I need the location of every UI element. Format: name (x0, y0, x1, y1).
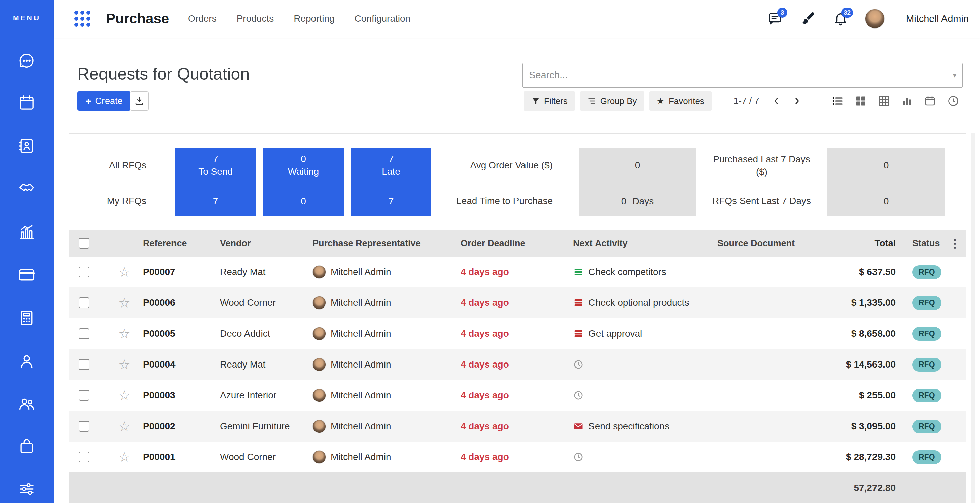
members-icon[interactable] (16, 393, 37, 414)
row-checkbox[interactable] (79, 267, 89, 277)
total-cell: $ 3,095.00 (812, 421, 902, 431)
activity-cell[interactable]: Get approval (573, 328, 718, 339)
optional-columns-icon[interactable]: ⋮ (949, 238, 961, 249)
discuss-icon[interactable] (16, 50, 37, 71)
handshake-icon[interactable] (16, 178, 37, 199)
table-row[interactable]: ☆ P00005 Deco Addict Mitchell Admin 4 da… (69, 318, 966, 349)
table-row[interactable]: ☆ P00006 Wood Corner Mitchell Admin 4 da… (69, 287, 966, 318)
column-vendor[interactable]: Vendor (220, 238, 312, 249)
contacts-icon[interactable] (16, 136, 37, 156)
apps-grid-icon[interactable] (74, 11, 91, 27)
notifications-icon[interactable]: 32 (832, 10, 849, 27)
representative-cell: Mitchell Admin (312, 327, 461, 340)
view-graph-button[interactable] (895, 91, 918, 111)
favorites-star-icon: ★ (657, 97, 665, 105)
column-reference[interactable]: Reference (143, 238, 220, 249)
favorite-star-icon[interactable]: ☆ (113, 265, 143, 279)
view-pivot-button[interactable] (872, 91, 895, 111)
envelope-icon-red (573, 421, 584, 431)
nav-reporting[interactable]: Reporting (294, 13, 334, 24)
column-purchase-representative[interactable]: Purchase Representative (312, 238, 461, 249)
calendar-icon[interactable] (16, 92, 37, 113)
activity-label: Get approval (589, 328, 642, 339)
table-row[interactable]: ☆ P00002 Gemini Furniture Mitchell Admin… (69, 411, 966, 442)
table-row[interactable]: ☆ P00004 Ready Mat Mitchell Admin 4 days… (69, 349, 966, 380)
row-checkbox[interactable] (79, 390, 89, 401)
activity-cell[interactable]: Check optional products (573, 297, 718, 308)
pager-next-button[interactable] (788, 91, 805, 111)
column-total[interactable]: Total (812, 238, 902, 249)
nav-orders[interactable]: Orders (188, 13, 217, 24)
metric-labels-right: Purchased Last 7 Days ($) RFQs Sent Last… (710, 148, 813, 216)
all-rfqs-filter[interactable]: All RFQs (69, 160, 146, 171)
tile-to-send[interactable]: 7 To Send 7 (175, 148, 256, 216)
nav-products[interactable]: Products (237, 13, 274, 24)
column-next-activity[interactable]: Next Activity (573, 238, 718, 249)
activity-cell[interactable] (573, 359, 718, 370)
waiting-my-count: 0 (263, 196, 344, 206)
view-activity-button[interactable] (942, 91, 965, 111)
activity-cell[interactable]: Send specifications (573, 421, 718, 431)
employee-icon[interactable] (16, 351, 37, 372)
view-switcher (826, 91, 965, 111)
nav-configuration[interactable]: Configuration (355, 13, 410, 24)
export-button[interactable] (130, 91, 149, 111)
vendor-cell: Azure Interior (220, 390, 312, 401)
vertical-scrollbar[interactable] (970, 134, 975, 503)
view-kanban-button[interactable] (849, 91, 872, 111)
user-menu[interactable]: Mitchell Admin (906, 13, 969, 24)
top-nav: Orders Products Reporting Configuration (188, 13, 410, 24)
favorites-button[interactable]: ★ Favorites (649, 91, 712, 111)
search-caret-icon[interactable]: ▾ (953, 72, 956, 80)
row-checkbox[interactable] (79, 421, 89, 431)
reference-cell: P00002 (143, 421, 220, 431)
rep-name: Mitchell Admin (331, 359, 391, 370)
table-row[interactable]: ☆ P00001 Wood Corner Mitchell Admin 4 da… (69, 442, 966, 473)
create-button[interactable]: + Create (77, 91, 130, 111)
favorite-star-icon[interactable]: ☆ (113, 450, 143, 464)
activity-cell[interactable] (573, 452, 718, 462)
favorite-star-icon[interactable]: ☆ (113, 389, 143, 402)
calculator-icon[interactable] (16, 308, 37, 328)
favorite-star-icon[interactable]: ☆ (113, 420, 143, 433)
filters-button[interactable]: Filters (524, 91, 575, 111)
activity-label: Send specifications (589, 421, 669, 431)
activity-cell[interactable]: Check competitors (573, 267, 718, 277)
user-avatar[interactable] (865, 9, 885, 29)
my-rfqs-filter[interactable]: My RFQs (69, 195, 146, 206)
clock-icon (573, 390, 584, 401)
menu-toggle[interactable]: MENU (0, 14, 54, 22)
search-input[interactable] (529, 70, 953, 81)
row-checkbox[interactable] (79, 452, 89, 462)
view-calendar-button[interactable] (918, 91, 942, 111)
purchase-bag-icon[interactable] (16, 436, 37, 457)
billing-card-icon[interactable] (16, 264, 37, 285)
select-all-checkbox[interactable] (79, 238, 89, 249)
tile-waiting[interactable]: 0 Waiting 0 (263, 148, 344, 216)
pager-previous-button[interactable] (768, 91, 785, 111)
row-checkbox[interactable] (79, 328, 89, 339)
favorite-star-icon[interactable]: ☆ (113, 327, 143, 340)
tasks-icon-red (573, 297, 584, 308)
table-row[interactable]: ☆ P00003 Azure Interior Mitchell Admin 4… (69, 380, 966, 411)
favorite-star-icon[interactable]: ☆ (113, 358, 143, 371)
paintbrush-icon[interactable] (799, 10, 816, 27)
sales-chart-icon[interactable] (16, 222, 37, 243)
row-checkbox[interactable] (79, 359, 89, 370)
column-source-document[interactable]: Source Document (718, 238, 812, 249)
group-by-button[interactable]: Group By (580, 91, 644, 111)
column-order-deadline[interactable]: Order Deadline (461, 238, 573, 249)
rep-avatar (312, 296, 326, 310)
row-checkbox[interactable] (79, 297, 89, 308)
app-title[interactable]: Purchase (106, 11, 169, 27)
view-list-button[interactable] (826, 91, 849, 111)
tile-late[interactable]: 7 Late 7 (351, 148, 431, 216)
representative-cell: Mitchell Admin (312, 358, 461, 371)
settings-sliders-icon[interactable] (16, 479, 37, 499)
reference-cell: P00003 (143, 390, 220, 401)
messages-icon[interactable]: 3 (767, 10, 783, 27)
activity-cell[interactable] (573, 390, 718, 401)
favorite-star-icon[interactable]: ☆ (113, 296, 143, 310)
rep-name: Mitchell Admin (331, 297, 391, 308)
table-row[interactable]: ☆ P00007 Ready Mat Mitchell Admin 4 days… (69, 257, 966, 287)
